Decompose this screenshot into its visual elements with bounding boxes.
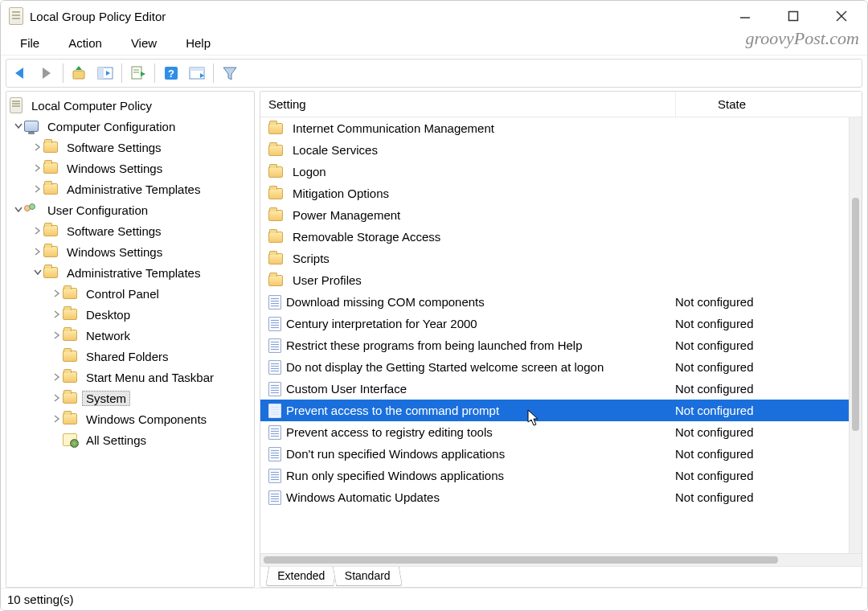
chevron-right-icon[interactable] [51, 413, 63, 424]
list-row-setting[interactable]: Run only specified Windows applicationsN… [260, 465, 849, 486]
horizontal-scrollbar[interactable] [260, 553, 862, 566]
tree-item[interactable]: Windows Settings [8, 158, 252, 178]
export-list-button[interactable] [127, 62, 149, 84]
svg-rect-1 [789, 12, 798, 21]
tree-item[interactable]: Start Menu and Taskbar [8, 367, 252, 388]
tab-standard[interactable]: Standard [333, 567, 403, 586]
list-item-state: Not configured [675, 447, 836, 461]
folder-icon [43, 141, 58, 153]
list-row-folder[interactable]: Power Management [260, 204, 849, 226]
list-row-setting[interactable]: Don't run specified Windows applications… [260, 443, 849, 465]
list-item-state: Not configured [675, 404, 836, 417]
help-button[interactable]: ? [160, 62, 182, 84]
list-row-folder[interactable]: Scripts [260, 248, 849, 269]
tree-computer-config[interactable]: Computer Configuration [8, 116, 252, 137]
column-setting[interactable]: Setting [265, 97, 675, 111]
tree-item[interactable]: Software Settings [8, 220, 252, 241]
chevron-right-icon[interactable] [51, 288, 63, 299]
tree-item[interactable]: Shared Folders [8, 346, 252, 367]
back-button[interactable] [10, 62, 32, 84]
tree-item-all-settings[interactable]: All Settings [8, 429, 252, 450]
tree-item-system[interactable]: System [8, 388, 252, 408]
tab-extended[interactable]: Extended [265, 567, 337, 586]
chevron-right-icon[interactable] [32, 183, 43, 195]
list-row-setting[interactable]: Windows Automatic UpdatesNot configured [260, 486, 849, 508]
tree-item[interactable]: Windows Components [8, 408, 252, 429]
show-hide-tree-button[interactable] [94, 62, 117, 84]
options-button[interactable] [186, 62, 208, 84]
column-header[interactable]: Setting State [260, 92, 862, 117]
vertical-scrollbar[interactable] [849, 117, 862, 553]
svg-marker-20 [223, 68, 236, 80]
tree-item[interactable]: Control Panel [8, 283, 252, 304]
list-row-setting[interactable]: Century interpretation for Year 2000Not … [260, 313, 849, 334]
menubar: File Action View Help [1, 31, 867, 55]
up-button[interactable] [68, 62, 91, 84]
list-row-folder[interactable]: Locale Services [260, 139, 849, 161]
tree-item[interactable]: Desktop [8, 304, 252, 325]
folder-icon [43, 225, 58, 236]
chevron-right-icon[interactable] [32, 141, 43, 153]
policy-icon [268, 317, 281, 331]
close-button[interactable] [832, 6, 851, 26]
chevron-down-icon[interactable] [13, 121, 24, 132]
chevron-down-icon[interactable] [32, 267, 43, 278]
tree-item[interactable]: Windows Settings [8, 241, 252, 262]
maximize-button[interactable] [784, 6, 803, 26]
chevron-down-icon[interactable] [13, 204, 24, 215]
list-row-setting[interactable]: Custom User InterfaceNot configured [260, 378, 849, 400]
folder-icon [268, 188, 283, 199]
list-item-label: Do not display the Getting Started welco… [286, 360, 604, 374]
list-row-folder[interactable]: User Profiles [260, 269, 849, 291]
scrollbar-thumb[interactable] [264, 556, 778, 564]
scrollbar-thumb[interactable] [852, 198, 859, 431]
svg-text:?: ? [168, 68, 174, 80]
menu-action[interactable]: Action [62, 33, 108, 53]
list-row-folder[interactable]: Internet Communication Management [260, 117, 849, 139]
forward-button[interactable] [35, 62, 58, 84]
tree-item[interactable]: Software Settings [8, 137, 252, 158]
tree-label: Start Menu and Taskbar [86, 371, 214, 384]
window-title: Local Group Policy Editor [30, 10, 166, 23]
column-state[interactable]: State [675, 92, 788, 117]
tree-label: Software Settings [67, 224, 162, 238]
main-area: Local Computer Policy Computer Configura… [1, 91, 867, 588]
list-item-label: Custom User Interface [286, 382, 407, 396]
folder-icon [63, 413, 77, 424]
list-row-folder[interactable]: Logon [260, 161, 849, 182]
settings-list[interactable]: Internet Communication ManagementLocale … [260, 117, 849, 553]
tree-root[interactable]: Local Computer Policy [8, 95, 252, 116]
menu-file[interactable]: File [14, 33, 46, 53]
list-row-folder[interactable]: Removable Storage Access [260, 226, 849, 248]
policy-tree[interactable]: Local Computer Policy Computer Configura… [8, 95, 252, 450]
list-row-setting[interactable]: Download missing COM componentsNot confi… [260, 291, 849, 313]
minimize-button[interactable] [735, 6, 755, 26]
tree-user-config[interactable]: User Configuration [8, 199, 252, 220]
chevron-right-icon[interactable] [51, 330, 63, 341]
list-row-setting[interactable]: Prevent access to the command promptNot … [260, 400, 849, 421]
tree-label: Shared Folders [86, 350, 169, 363]
statusbar: 10 setting(s) [1, 588, 867, 610]
list-row-setting[interactable]: Prevent access to registry editing tools… [260, 421, 849, 443]
tree-pane[interactable]: Local Computer Policy Computer Configura… [6, 91, 255, 588]
chevron-right-icon[interactable] [32, 246, 43, 257]
list-row-setting[interactable]: Do not display the Getting Started welco… [260, 356, 849, 378]
list-row-folder[interactable]: Mitigation Options [260, 182, 849, 204]
tree-item-admin-templates[interactable]: Administrative Templates [8, 262, 252, 283]
tree-item[interactable]: Network [8, 325, 252, 346]
chevron-right-icon[interactable] [32, 225, 43, 236]
menu-help[interactable]: Help [179, 33, 217, 53]
chevron-right-icon[interactable] [51, 371, 63, 383]
chevron-right-icon[interactable] [32, 162, 43, 174]
filter-button[interactable] [219, 62, 241, 84]
svg-marker-14 [141, 72, 145, 76]
tree-item[interactable]: Administrative Templates [8, 178, 252, 199]
folder-icon [43, 246, 58, 257]
menu-view[interactable]: View [125, 33, 163, 53]
tree-label: User Configuration [47, 203, 148, 217]
chevron-right-icon[interactable] [51, 392, 63, 404]
chevron-right-icon[interactable] [51, 309, 63, 320]
list-item-label: Century interpretation for Year 2000 [286, 317, 477, 330]
list-row-setting[interactable]: Restrict these programs from being launc… [260, 334, 849, 356]
tree-label: Computer Configuration [47, 120, 175, 133]
